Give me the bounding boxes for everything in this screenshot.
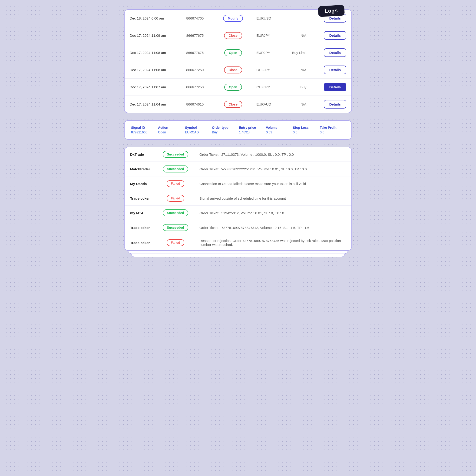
status-badge: Succeeded: [163, 209, 188, 216]
result-row: Tradelocker Failed Signal arrived outsid…: [125, 191, 351, 206]
result-status: Succeeded: [157, 162, 194, 176]
result-row: Tradelocker Failed Reason for rejection:…: [125, 235, 351, 251]
log-id: 866674705: [181, 10, 215, 27]
log-symbol: EURAUD: [251, 96, 282, 113]
result-broker: Tradelocker: [125, 220, 157, 235]
log-order-type: N/A: [282, 27, 312, 44]
log-symbol: EURJPY: [251, 44, 282, 61]
details-button[interactable]: Details: [324, 31, 346, 40]
signal-entry-price-label: Entry price: [239, 126, 264, 129]
log-action: Close: [215, 96, 251, 113]
log-order-type: Buy Limit: [282, 44, 312, 61]
result-row: DxTrade Succeeded Order Ticket : 2711103…: [125, 147, 351, 162]
results-card: DxTrade Succeeded Order Ticket : 2711103…: [124, 147, 352, 251]
action-badge: Modify: [223, 15, 243, 22]
signal-stop-loss-col: Stop Loss 0.0: [293, 126, 318, 134]
signal-id-value: 879921665: [131, 130, 156, 134]
results-stack: DxTrade Succeeded Order Ticket : 2711103…: [124, 147, 352, 251]
result-row: Tradelocker Succeeded Order Ticket : 727…: [125, 220, 351, 235]
log-date: Dec 17, 2024 11:04 am: [125, 96, 181, 113]
log-date: Dec 17, 2024 11:07 am: [125, 79, 181, 96]
signal-symbol-value: EURCAD: [185, 130, 210, 134]
result-row: My Oanda Failed Connection to Oanda fail…: [125, 176, 351, 191]
details-button[interactable]: Details: [324, 83, 346, 91]
signal-detail-card: Signal ID 879921665 Action Open Symbol E…: [124, 120, 352, 140]
result-broker: my MT4: [125, 206, 157, 220]
signal-take-profit-label: Take Profit: [320, 126, 345, 129]
result-message: Connection to Oanda failed: please make …: [194, 176, 351, 191]
details-button[interactable]: Details: [324, 100, 346, 109]
result-status: Failed: [157, 176, 194, 191]
signal-id-col: Signal ID 879921665: [131, 126, 156, 134]
result-status: Succeeded: [157, 206, 194, 220]
signal-id-label: Signal ID: [131, 126, 156, 129]
log-row: Dec 17, 2024 11:04 am 866674615 Close EU…: [125, 96, 351, 113]
log-symbol: EURJPY: [251, 27, 282, 44]
log-details-cell: Details: [311, 27, 351, 44]
result-broker: My Oanda: [125, 176, 157, 191]
result-status: Failed: [157, 191, 194, 206]
result-message: Reason for rejection: Order 727781699787…: [194, 235, 351, 251]
log-row: Dec 17, 2024 11:07 am 866677250 Open CHF…: [125, 79, 351, 96]
status-badge: Succeeded: [163, 166, 188, 172]
log-id: 866677675: [181, 27, 215, 44]
log-action: Close: [215, 27, 251, 44]
log-row: Dec 17, 2024 11:09 am 866677675 Close EU…: [125, 27, 351, 44]
log-table-card: Logs Dec 18, 2024 6:00 am 866674705 Modi…: [124, 9, 352, 113]
action-badge: Close: [224, 101, 242, 108]
signal-order-type-label: Order type: [212, 126, 237, 129]
signal-entry-price-col: Entry price 1.48914: [239, 126, 264, 134]
page-wrapper: Logs Dec 18, 2024 6:00 am 866674705 Modi…: [119, 9, 357, 262]
log-symbol: CHFJPY: [251, 79, 282, 96]
log-order-type: N/A: [282, 61, 312, 79]
log-action: Open: [215, 44, 251, 61]
action-badge: Open: [224, 49, 242, 56]
result-message: Order Ticket : W7936289222251284, Volume…: [194, 162, 351, 176]
action-badge: Open: [224, 84, 242, 91]
log-details-cell: Details: [311, 79, 351, 96]
signal-symbol-label: Symbol: [185, 126, 210, 129]
log-id: 866677675: [181, 44, 215, 61]
log-details-cell: Details: [311, 96, 351, 113]
result-status: Succeeded: [157, 147, 194, 162]
result-row: Matchtrader Succeeded Order Ticket : W79…: [125, 162, 351, 176]
log-id: 866677250: [181, 61, 215, 79]
status-badge: Succeeded: [163, 151, 188, 158]
log-details-cell: Details: [311, 61, 351, 79]
log-order-type: Buy: [282, 79, 312, 96]
signal-action-col: Action Open: [158, 126, 183, 134]
status-badge: Failed: [167, 195, 184, 202]
result-status: Failed: [157, 235, 194, 251]
log-date: Dec 17, 2024 11:09 am: [125, 27, 181, 44]
details-button[interactable]: Details: [324, 48, 346, 57]
signal-take-profit-col: Take Profit 0.0: [320, 126, 345, 134]
status-badge: Failed: [167, 180, 184, 187]
signal-volume-value: 0.09: [266, 130, 291, 134]
log-id: 866677250: [181, 79, 215, 96]
result-broker: Matchtrader: [125, 162, 157, 176]
result-message: Order Ticket : 519425912, Volume : 0.01,…: [194, 206, 351, 220]
log-row: Dec 17, 2024 11:08 am 866677675 Open EUR…: [125, 44, 351, 61]
log-symbol: CHFJPY: [251, 61, 282, 79]
action-badge: Close: [224, 32, 242, 39]
signal-action-label: Action: [158, 126, 183, 129]
signal-order-type-value: Buy: [212, 130, 237, 134]
logs-badge: Logs: [318, 5, 345, 17]
signal-stop-loss-label: Stop Loss: [293, 126, 318, 129]
log-action: Open: [215, 79, 251, 96]
log-action: Close: [215, 61, 251, 79]
result-message: Signal arrived outside of scheduled time…: [194, 191, 351, 206]
result-message: Order Ticket : 271110373, Volume : 1000.…: [194, 147, 351, 162]
log-symbol: EURUSD: [251, 10, 282, 27]
details-button[interactable]: Details: [324, 66, 346, 74]
signal-order-type-col: Order type Buy: [212, 126, 237, 134]
log-date: Dec 18, 2024 6:00 am: [125, 10, 181, 27]
log-action: Modify: [215, 10, 251, 27]
result-row: my MT4 Succeeded Order Ticket : 51942591…: [125, 206, 351, 220]
log-order-type: N/A: [282, 96, 312, 113]
log-row: Dec 17, 2024 11:08 am 866677250 Close CH…: [125, 61, 351, 79]
signal-take-profit-value: 0.0: [320, 130, 345, 134]
log-date: Dec 17, 2024 11:08 am: [125, 61, 181, 79]
signal-volume-label: Volume: [266, 126, 291, 129]
status-badge: Succeeded: [163, 224, 188, 231]
